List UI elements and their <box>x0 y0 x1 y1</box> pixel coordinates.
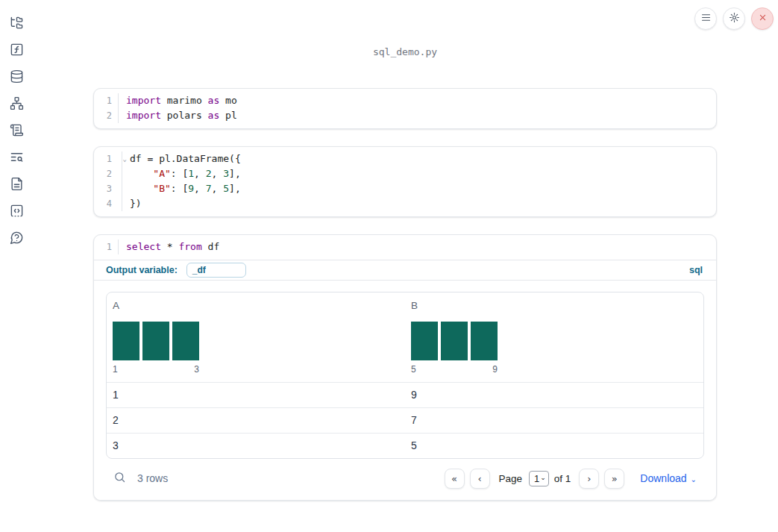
notebook-filename[interactable]: sql_demo.py <box>93 46 717 57</box>
code-token: , <box>212 168 224 179</box>
last-page-button[interactable]: » <box>604 469 624 489</box>
code-token: import <box>126 110 161 121</box>
histogram-bars <box>113 322 199 360</box>
code-token: , <box>194 183 206 194</box>
sql-cell[interactable]: 1 select * from df Output variable: _df … <box>93 234 717 501</box>
column-header-b[interactable]: B 5 9 <box>405 292 703 382</box>
sidebar-item-logs[interactable] <box>3 145 30 172</box>
sidebar-item-file-explorer[interactable] <box>3 10 30 37</box>
histogram-bar[interactable] <box>172 322 199 360</box>
histogram-bar[interactable] <box>471 322 498 360</box>
code-cell-imports[interactable]: 1 import marimo as mo 2 import polars as… <box>93 88 717 129</box>
download-button[interactable]: Download ⌄ <box>640 472 697 484</box>
line-number: 2 <box>94 108 118 123</box>
sql-language-badge[interactable]: sql <box>689 265 703 275</box>
sidebar-item-help[interactable] <box>3 225 30 252</box>
table-row[interactable]: 3 5 <box>107 433 703 458</box>
table-output: A 1 3 B <box>94 281 716 500</box>
first-page-button[interactable]: « <box>445 469 465 489</box>
file-text-icon <box>10 177 24 193</box>
sidebar-item-documentation[interactable] <box>3 172 30 198</box>
code-token: 3 <box>223 168 229 179</box>
code-editor[interactable]: 1 import marimo as mo 2 import polars as… <box>94 89 716 128</box>
line-number: 4 <box>94 196 118 211</box>
search-button[interactable] <box>113 471 126 486</box>
code-token <box>130 168 153 179</box>
line-number: 3 <box>94 181 118 196</box>
sidebar-item-datasources[interactable] <box>3 64 30 91</box>
code-token: df = pl.DataFrame({ <box>130 153 241 164</box>
code-token: 1 <box>188 168 194 179</box>
code-token: marimo <box>161 95 208 106</box>
code-token <box>130 183 153 194</box>
histogram-bars <box>411 322 498 360</box>
code-token: pl <box>219 110 236 121</box>
histogram-bar[interactable] <box>142 322 169 360</box>
code-line: 4 }) <box>94 196 716 211</box>
sidebar-item-variables[interactable] <box>3 37 30 64</box>
code-token: import <box>126 95 161 106</box>
marimo-app: sql_demo.py 1 import marimo as mo 2 impo… <box>0 0 778 532</box>
histogram-bar[interactable] <box>113 322 139 360</box>
row-count: 3 rows <box>137 472 168 484</box>
table-header: A 1 3 B <box>107 292 703 382</box>
table-cell: 5 <box>405 434 703 458</box>
histogram-bar[interactable] <box>411 322 438 360</box>
code-line: 2 import polars as pl <box>94 108 716 123</box>
histogram-max-label: 9 <box>492 364 498 375</box>
column-histogram: 5 9 <box>411 322 498 375</box>
next-page-button[interactable]: › <box>579 469 599 489</box>
folder-tree-icon <box>10 16 24 32</box>
histogram-bar[interactable] <box>441 322 468 360</box>
table-row[interactable]: 1 9 <box>107 382 703 407</box>
pagination: « ‹ Page 1 ⌄ of 1 › » Download ⌄ <box>445 469 697 489</box>
page-label: Page <box>499 473 523 484</box>
page-select[interactable]: 1 ⌄ <box>529 471 549 486</box>
chevron-down-icon: ⌄ <box>540 474 546 481</box>
network-icon <box>10 96 24 113</box>
sidebar-item-dependency-graph[interactable] <box>3 91 30 118</box>
column-name: A <box>113 300 399 311</box>
histogram-min-label: 1 <box>113 364 118 375</box>
code-editor[interactable]: 1⌄ df = pl.DataFrame({ 2 "A": [1, 2, 3],… <box>94 147 716 216</box>
sidebar-item-scratchpad[interactable] <box>3 118 30 145</box>
close-icon <box>757 12 768 25</box>
code-token: ], <box>229 168 241 179</box>
chevrons-right-icon: » <box>612 473 618 484</box>
sidebar-item-snippets[interactable] <box>3 198 30 225</box>
code-token: }) <box>130 198 142 209</box>
page-total: of 1 <box>554 473 571 484</box>
dataframe-table: A 1 3 B <box>106 292 704 459</box>
code-cell-dataframe[interactable]: 1⌄ df = pl.DataFrame({ 2 "A": [1, 2, 3],… <box>93 146 717 217</box>
code-line: 1 select * from df <box>94 240 716 254</box>
table-row[interactable]: 2 7 <box>107 407 703 433</box>
code-token: * <box>161 241 178 252</box>
code-token: : [ <box>171 183 188 194</box>
code-token: select <box>126 241 161 252</box>
code-token: 7 <box>206 183 212 194</box>
column-header-a[interactable]: A 1 3 <box>107 292 405 382</box>
square-code-icon <box>10 204 24 220</box>
settings-button[interactable] <box>723 7 745 30</box>
download-label: Download <box>640 472 686 484</box>
code-editor[interactable]: 1 select * from df <box>94 235 716 260</box>
fold-chevron-icon[interactable]: ⌄ <box>123 152 127 166</box>
code-token: : [ <box>171 168 188 179</box>
chevron-left-icon: ‹ <box>477 473 481 484</box>
line-number: 2 <box>94 166 118 181</box>
table-cell: 7 <box>405 408 703 433</box>
code-line: 2 "A": [1, 2, 3], <box>94 166 716 181</box>
code-line: 1 import marimo as mo <box>94 93 716 108</box>
code-token: "A" <box>153 168 170 179</box>
scroll-text-icon <box>10 123 24 140</box>
output-variable-input[interactable]: _df <box>186 263 246 278</box>
column-name: B <box>411 300 697 311</box>
code-token: 9 <box>188 183 194 194</box>
code-token: 5 <box>223 183 229 194</box>
histogram-min-label: 5 <box>411 364 416 375</box>
database-icon <box>10 69 24 86</box>
prev-page-button[interactable]: ‹ <box>470 469 490 489</box>
code-token: "B" <box>153 183 170 194</box>
code-token: as <box>208 95 220 106</box>
shutdown-button[interactable] <box>751 7 774 30</box>
